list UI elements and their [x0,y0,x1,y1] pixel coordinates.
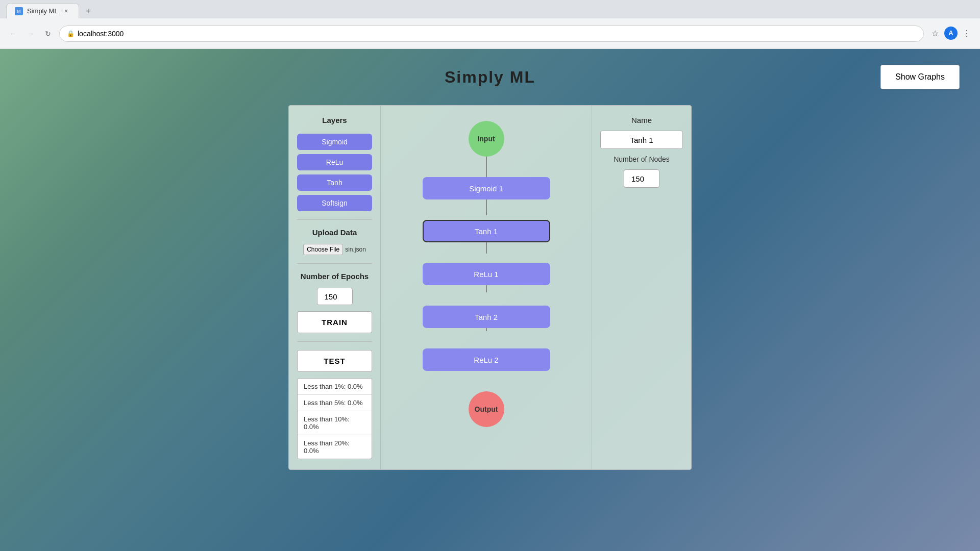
tab-title: Simply ML [27,7,58,15]
result-10pct: Less than 10%: 0.0% [298,411,372,435]
epochs-input[interactable] [317,288,353,305]
divider-3 [297,341,372,342]
test-button[interactable]: TEST [297,350,372,372]
forward-button[interactable]: → [23,27,38,41]
tanh2-label: Tanh 2 [475,313,498,321]
tab-close-button[interactable]: × [62,7,70,15]
divider-1 [297,219,372,220]
browser-chrome: M Simply ML × + ← → ↻ 🔒 localhost:3000 ☆… [0,0,980,551]
tanh2-layer[interactable]: Tanh 2 [423,306,550,328]
app-panel: Layers Sigmoid ReLu Tanh Softsign Upload… [288,105,692,470]
file-name: sin.json [345,246,366,253]
center-panel: Input [381,106,592,469]
left-panel: Layers Sigmoid ReLu Tanh Softsign Upload… [289,106,381,469]
input-node[interactable]: Input [469,121,504,157]
epochs-section: Number of Epochs [297,272,372,305]
new-tab-button[interactable]: + [81,4,95,18]
sigmoid1-layer[interactable]: Sigmoid 1 [423,177,550,199]
tanh-button[interactable]: Tanh [297,174,372,191]
result-1pct: Less than 1%: 0.0% [298,379,372,395]
file-input-row: Choose File sin.json [303,244,366,255]
softsign-button[interactable]: Softsign [297,195,372,211]
sigmoid-button[interactable]: Sigmoid [297,134,372,150]
relu-button[interactable]: ReLu [297,154,372,170]
main-container: Layers Sigmoid ReLu Tanh Softsign Upload… [0,105,980,551]
tanh1-layer[interactable]: Tanh 1 [423,220,550,242]
result-5pct: Less than 5%: 0.0% [298,395,372,411]
url-text: localhost:3000 [78,30,124,38]
relu2-label: ReLu 2 [474,356,498,364]
back-button[interactable]: ← [6,27,20,41]
reload-button[interactable]: ↻ [41,27,55,41]
show-graphs-button[interactable]: Show Graphs [880,65,960,89]
upload-title: Upload Data [312,228,357,237]
output-node[interactable]: Output [469,391,504,427]
network-diagram: Input [410,121,563,427]
name-title: Name [600,116,683,124]
relu1-layer[interactable]: ReLu 1 [423,263,550,285]
more-button[interactable]: ⋮ [960,27,974,41]
output-label: Output [475,405,498,413]
app-content: Simply ML Show Graphs Layers Sigmoid ReL… [0,49,980,551]
layer-buttons: Sigmoid ReLu Tanh Softsign [297,134,372,211]
divider-2 [297,263,372,264]
address-bar[interactable]: 🔒 localhost:3000 [59,26,924,42]
tanh1-label: Tanh 1 [475,227,498,236]
active-tab[interactable]: M Simply ML × [6,3,79,18]
app-header: Simply ML Show Graphs [0,49,980,105]
nodes-title: Number of Nodes [600,155,683,163]
layer-name-input[interactable] [600,131,683,149]
relu1-label: ReLu 1 [474,270,498,279]
user-avatar[interactable]: A [944,27,958,40]
choose-file-button[interactable]: Choose File [303,244,343,255]
result-20pct: Less than 20%: 0.0% [298,435,372,459]
app-title: Simply ML [445,68,535,87]
relu2-layer[interactable]: ReLu 2 [423,348,550,371]
upload-section: Upload Data Choose File sin.json [297,228,372,255]
input-label: Input [477,135,495,143]
sigmoid1-label: Sigmoid 1 [469,184,503,193]
bookmark-button[interactable]: ☆ [928,27,942,41]
nav-controls: ← → ↻ [6,27,55,41]
train-button[interactable]: TRAIN [297,311,372,333]
results-list: Less than 1%: 0.0% Less than 5%: 0.0% Le… [297,378,372,459]
tab-strip: M Simply ML × + [0,0,980,18]
right-panel: Name Number of Nodes [592,106,691,469]
layers-title: Layers [297,116,372,124]
lock-icon: 🔒 [67,30,75,37]
browser-actions: ☆ A ⋮ [928,27,974,41]
epochs-title: Number of Epochs [301,272,369,281]
browser-bar: ← → ↻ 🔒 localhost:3000 ☆ A ⋮ [0,18,980,49]
tab-favicon: M [15,7,23,15]
nodes-count-input[interactable] [624,169,659,188]
